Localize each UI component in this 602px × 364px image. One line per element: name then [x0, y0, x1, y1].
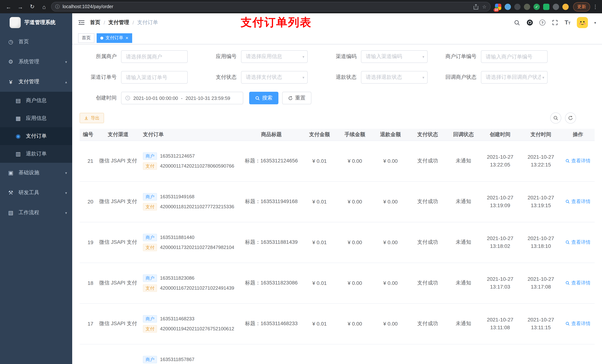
cell-amount: ¥ 0.01: [302, 303, 337, 344]
cell-notify-status: [447, 344, 480, 364]
close-icon[interactable]: ×: [126, 35, 128, 40]
reset-button[interactable]: 重置: [282, 92, 311, 104]
tab-pay-order[interactable]: 支付订单 ×: [97, 33, 132, 43]
column-header-id: 编号: [80, 129, 96, 141]
logo: 芋道管理系统: [0, 13, 72, 32]
search-icon: [255, 96, 260, 100]
browser-chrome: ← → ↻ ⌂ ⓘ localhost:1024/pay/order ☆ 10 …: [0, 0, 602, 13]
breadcrumb-item-current: 支付订单: [137, 19, 158, 26]
browser-menu-icon[interactable]: ⋮: [592, 4, 598, 10]
reload-icon[interactable]: ↻: [27, 2, 37, 11]
sidebar-item-workflow[interactable]: ▧ 工作流程 ▾: [0, 203, 72, 223]
sidebar-item-app-info[interactable]: ▦ 应用信息: [0, 110, 72, 127]
cell-notify-status: 未通知: [447, 141, 480, 181]
pay-status-select[interactable]: 请选择支付状态 ▾: [241, 71, 308, 83]
refund-status-select[interactable]: 请选择退款状态 ▾: [361, 71, 428, 83]
toggle-search-button[interactable]: [550, 113, 561, 124]
channel-order-no-input[interactable]: [121, 71, 188, 83]
cell-actions: 查看详情: [561, 344, 595, 364]
cell-pay-status: 支付成功: [408, 181, 447, 222]
export-button[interactable]: 导出: [80, 113, 104, 123]
cell-fee: ¥ 0.00: [337, 181, 373, 222]
pay-tag: 支付: [143, 244, 157, 251]
sidebar-item-pay-order[interactable]: ◉ 支付订单: [0, 127, 72, 145]
forward-icon[interactable]: →: [16, 2, 25, 11]
share-icon[interactable]: [474, 4, 479, 10]
font-size-icon[interactable]: ⚒TT: [565, 20, 570, 26]
site-info-icon[interactable]: ⓘ: [55, 3, 60, 10]
sidebar-item-devtools[interactable]: ⚒ 研发工具 ▾: [0, 183, 72, 203]
view-detail-link[interactable]: 查看详情: [565, 320, 591, 327]
app-no-filter-label: 应用编号: [200, 53, 241, 60]
tab-home[interactable]: 首页: [78, 33, 94, 43]
caret-down-icon[interactable]: ▾: [594, 21, 596, 25]
table-row: 18 微信 JSAPI 支付 商户 1635311823086 支付 42000…: [80, 263, 595, 303]
merchant-filter-label: 所属商户: [80, 53, 121, 60]
breadcrumb-item-payment[interactable]: 支付管理: [108, 19, 129, 26]
cell-actions: 查看详情: [561, 263, 595, 303]
github-icon[interactable]: [527, 19, 533, 26]
cell-pay-order: 商户 1635311881440 支付 42000011732021102728…: [140, 222, 241, 263]
cell-actions: 查看详情: [561, 181, 595, 222]
app-no-select[interactable]: 请选择应用信息 ▾: [241, 50, 308, 63]
cell-pay-status: 支付成功: [408, 222, 447, 263]
cell-amount: ¥ 0.01: [302, 222, 337, 263]
merchant-filter-input[interactable]: [121, 50, 188, 63]
view-detail-link[interactable]: 查看详情: [565, 280, 591, 286]
sidebar-item-system[interactable]: ⚙ 系统管理 ▾: [0, 52, 72, 72]
sidebar-item-infrastructure[interactable]: ▣ 基础设施 ▾: [0, 163, 72, 183]
merchant-order-line: 商户 1635311949168: [143, 193, 238, 200]
sidebar-item-label: 支付订单: [26, 133, 47, 139]
sidebar-item-payment[interactable]: ¥ 支付管理 ▴: [0, 72, 72, 92]
cell-id: 17: [80, 303, 96, 344]
cell-notify-status: 未通知: [447, 263, 480, 303]
view-detail-link[interactable]: 查看详情: [565, 239, 591, 246]
extension-icon-2[interactable]: [505, 3, 511, 10]
refresh-table-button[interactable]: [565, 113, 576, 124]
extension-icon-1[interactable]: 10: [495, 3, 501, 10]
table-row: 21 微信 JSAPI 支付 商户 1635312124657 支付 42000…: [80, 141, 595, 181]
extension-icon-4[interactable]: [524, 3, 530, 10]
sidebar-item-refund-order[interactable]: ▥ 退款订单: [0, 145, 72, 163]
cell-pay-order: 商户 1635311468233 支付 42000011942021102767…: [140, 303, 241, 344]
merchant-order-no-input[interactable]: [481, 50, 548, 63]
sidebar-item-label: 商户信息: [26, 97, 47, 104]
url-bar[interactable]: ⓘ localhost:1024/pay/order ☆: [51, 2, 491, 11]
tools-icon: ⚒: [7, 189, 14, 196]
search-icon: [565, 240, 570, 245]
view-detail-label: 查看详情: [571, 157, 591, 164]
extension-icon-5[interactable]: ✓: [534, 3, 540, 10]
sidebar-item-home[interactable]: ◷ 首页: [0, 32, 72, 52]
bookmark-star-icon[interactable]: ☆: [482, 4, 486, 10]
extension-icon-8[interactable]: [562, 3, 569, 10]
channel-code-select[interactable]: 请输入渠道编码 ▾: [361, 50, 428, 63]
extension-icon-7[interactable]: [553, 3, 559, 10]
column-header-create-time: 创建时间: [480, 129, 520, 141]
create-time-range-picker[interactable]: 2021-10-01 00:00:00 - 2021-10-31 23:59:5…: [121, 92, 243, 104]
sidebar-item-merchant-info[interactable]: ▤ 商户信息: [0, 92, 72, 110]
column-header-refund: 退款金额: [373, 129, 408, 141]
sidebar-menu: ◷ 首页 ⚙ 系统管理 ▾ ¥ 支付管理 ▴ ▤ 商户信息: [0, 32, 72, 223]
cell-pay-order: 商户 1635311949168 支付 42000011812021102777…: [140, 181, 241, 222]
extension-badge: 10: [494, 8, 499, 12]
extension-icon-3[interactable]: [514, 3, 521, 10]
cell-channel: 微信 JSAPI 支付: [96, 141, 140, 181]
avatar[interactable]: [577, 17, 588, 28]
view-detail-link[interactable]: 查看详情: [565, 157, 591, 164]
browser-update-button[interactable]: 更新: [573, 2, 590, 11]
breadcrumb-item-home[interactable]: 首页: [90, 19, 100, 26]
collapse-sidebar-icon[interactable]: [78, 19, 85, 26]
home-icon[interactable]: ⌂: [39, 2, 49, 11]
search-button[interactable]: 搜索: [249, 92, 279, 104]
callback-status-select[interactable]: 请选择订单回调商户状态 ▾: [481, 71, 548, 83]
help-icon[interactable]: ?: [539, 20, 545, 26]
cell-pay-time: 2021-10-2713:11:15: [521, 303, 561, 344]
back-icon[interactable]: ←: [4, 2, 13, 11]
view-detail-link[interactable]: 查看详情: [565, 198, 591, 205]
search-icon[interactable]: [514, 19, 520, 26]
cell-channel: [96, 344, 140, 364]
extension-icon-6[interactable]: [543, 3, 549, 10]
fullscreen-icon[interactable]: [552, 19, 558, 26]
refresh-icon: [288, 96, 293, 100]
pay-tag: 支付: [143, 162, 157, 170]
